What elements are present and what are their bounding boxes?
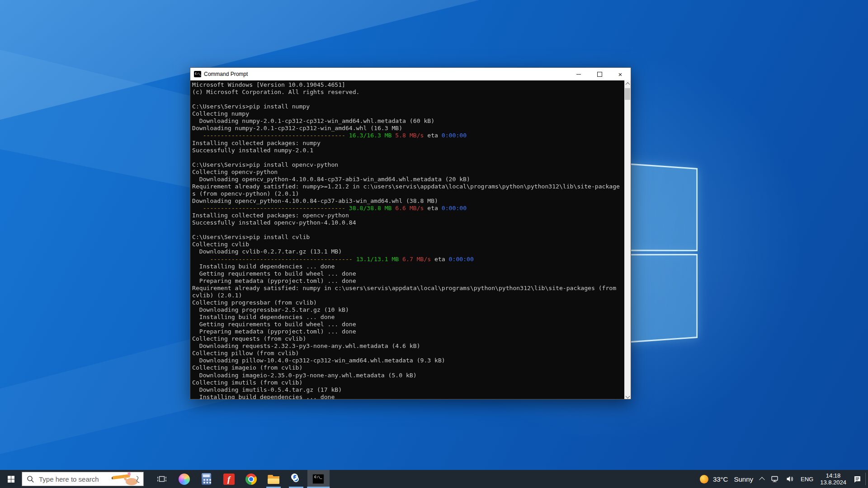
console-line: ----------------------------------------… [192,205,624,212]
console-line: Collecting requests (from cvlib) [192,335,624,343]
window-title: Command Prompt [204,71,248,77]
console-line: Downloading imutils-0.5.4.tar.gz (17 kB) [192,386,624,394]
clock-time: 14:18 [826,472,841,479]
action-center-icon [853,475,862,483]
task-view-button[interactable] [151,470,173,488]
taskbar-search-box[interactable] [22,472,144,486]
command-prompt-window: C:\_ Command Prompt × Microsoft Windows … [190,67,631,399]
network-icon [771,475,779,483]
network-button[interactable] [771,475,779,483]
console-line: C:\Users\Servis>pip install numpy [192,103,624,110]
console-line: Getting requirements to build wheel ... … [192,321,624,328]
minimize-button[interactable] [568,68,589,80]
red-f-app-icon: f [223,474,235,485]
taskbar-item-calculator[interactable] [195,470,218,488]
chevron-up-icon [625,82,630,87]
taskbar-item-copilot[interactable] [173,470,196,488]
clock-widget[interactable]: 14:18 13.8.2024 [820,472,846,486]
minimize-icon [576,74,581,75]
calculator-icon [202,473,211,485]
console-line: Requirement already satisfied: numpy in … [192,285,624,292]
console-line: Preparing metadata (pyproject.toml) ... … [192,328,624,335]
system-tray: 33°C Sunny ENG 14:18 13.8.2024 [700,470,868,488]
dino-badge-icon [291,474,298,480]
scroll-up-button[interactable] [624,80,631,87]
console-line: Installing build dependencies ... done [192,314,624,321]
chevron-up-icon [759,477,765,483]
console-line: cvlib) (2.0.1) [192,292,624,299]
taskbar-app-area: f C:\_ [151,470,330,488]
console-line: Collecting imageio (from cvlib) [192,364,624,371]
console-line: Collecting numpy [192,110,624,117]
console-line: s (from opencv-python) (2.0.1) [192,190,624,197]
action-center-button[interactable] [853,475,862,483]
taskbar-item-red-f-app[interactable]: f [218,470,241,488]
console-line: Microsoft Windows [Version 10.0.19045.46… [192,81,624,89]
console-line: Collecting pillow (from cvlib) [192,350,624,357]
taskbar-item-chrome[interactable] [240,470,263,488]
cmd-icon: C:\_ [194,71,201,77]
console-line: Collecting cvlib [192,241,624,248]
chevron-down-icon [625,394,630,399]
console-line: (c) Microsoft Corporation. All rights re… [192,89,624,96]
console-line [192,154,624,161]
maximize-icon [597,72,602,77]
console-line: C:\Users\Servis>pip install opencv-pytho… [192,161,624,169]
close-button[interactable]: × [610,68,631,80]
search-input[interactable] [38,475,112,483]
maximize-button[interactable] [589,68,610,80]
console-line: Collecting progressbar (from cvlib) [192,299,624,306]
command-prompt-icon: C:\_ [312,474,324,484]
console-line: Downloading cvlib-0.2.7.tar.gz (13.1 MB) [192,248,624,255]
clock-date: 13.8.2024 [820,479,846,486]
task-view-icon [157,474,167,484]
window-titlebar[interactable]: C:\_ Command Prompt × [190,68,631,80]
taskbar-item-command-prompt[interactable]: C:\_ [307,470,330,488]
console-line: Downloading progressbar-2.5.tar.gz (10 k… [192,306,624,314]
console-line: Requirement already satisfied: numpy>=1.… [192,183,624,190]
console-output[interactable]: Microsoft Windows [Version 10.0.19045.46… [190,80,624,399]
weather-condition: Sunny [734,475,753,483]
console-line: Downloading imageio-2.35.0-py3-none-any.… [192,372,624,379]
search-icon [27,475,34,483]
sun-weather-icon [700,475,708,483]
show-desktop-button[interactable] [865,473,868,485]
tray-overflow-button[interactable] [760,477,764,481]
console-line: Successfully installed numpy-2.0.1 [192,147,624,154]
volume-button[interactable] [786,475,794,483]
taskbar: f C:\_ 33°C Sunny [0,470,868,488]
copilot-icon [179,474,190,485]
taskbar-item-chrome-dino[interactable] [285,470,307,488]
scrollbar-thumb[interactable] [625,88,630,100]
console-line: Getting requirements to build wheel ... … [192,270,624,277]
start-button[interactable] [0,470,22,488]
console-line [192,96,624,103]
console-line: Preparing metadata (pyproject.toml) ... … [192,277,624,285]
console-line: Downloading requests-2.32.3-py3-none-any… [192,343,624,350]
console-line: Downloading numpy-2.0.1-cp312-cp312-win_… [192,117,624,125]
console-line: ----------------------------------------… [192,256,624,263]
console-line: Installing collected packages: numpy [192,140,624,147]
console-line: Downloading opencv_python-4.10.0.84-cp37… [192,176,624,183]
taskbar-item-file-explorer[interactable] [263,470,285,488]
console-line: C:\Users\Servis>pip install cvlib [192,234,624,241]
console-line: ----------------------------------------… [192,132,624,139]
console-scrollbar[interactable] [624,80,631,399]
windows-start-icon [8,476,14,483]
file-explorer-icon [268,474,279,484]
console-line: Installing build dependencies ... done [192,263,624,270]
console-line: Collecting imutils (from cvlib) [192,379,624,386]
weather-widget[interactable]: 33°C Sunny [700,475,753,483]
weather-temperature: 33°C [713,475,728,483]
language-indicator[interactable]: ENG [801,476,813,483]
console-line: Downloading opencv_python-4.10.0.84-cp37… [192,197,624,205]
speaker-icon [786,475,794,483]
console-line: Downloading pillow-10.4.0-cp312-cp312-wi… [192,357,624,364]
console-line [192,226,624,234]
console-line: Downloading numpy-2.0.1-cp312-cp312-win_… [192,125,624,132]
console-line: Successfully installed opencv-python-4.1… [192,219,624,226]
chrome-icon [245,474,257,485]
scroll-down-button[interactable] [624,392,631,399]
console-line: Installing build dependencies ... done [192,394,624,399]
close-icon: × [618,71,623,78]
